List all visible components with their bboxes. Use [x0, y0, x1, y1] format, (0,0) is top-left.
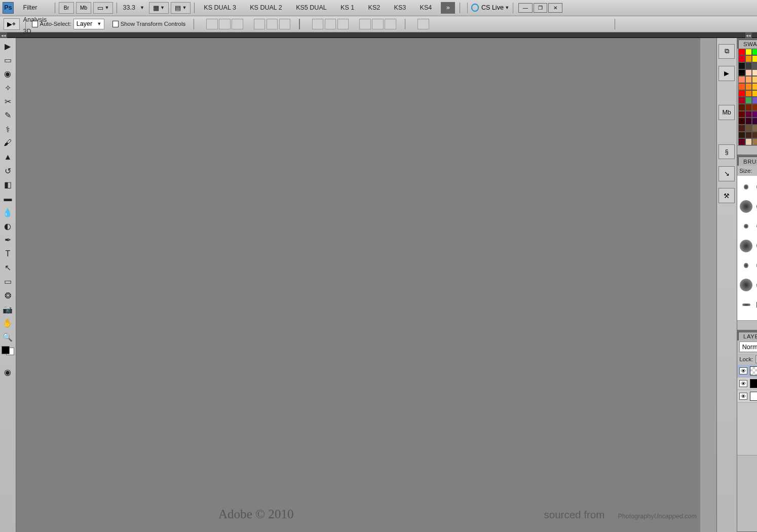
workspace-button[interactable]: KS 1	[336, 3, 359, 13]
swatch[interactable]	[745, 97, 752, 104]
canvas[interactable]: Adobe © 2010 sourced from PhotographyUnc…	[16, 38, 716, 532]
swatch[interactable]	[752, 83, 757, 90]
dist-left-button[interactable]	[359, 19, 371, 29]
swatch[interactable]	[752, 132, 757, 139]
pen-tool[interactable]: ✒	[1, 234, 15, 246]
workspace-more-button[interactable]: »	[441, 2, 455, 14]
swatch[interactable]	[738, 69, 745, 77]
swatch[interactable]	[745, 49, 752, 56]
align-hcenter-button[interactable]	[267, 19, 278, 29]
restore-button[interactable]: ❐	[534, 3, 547, 12]
arrange-dropdown[interactable]: ▦▼	[149, 2, 169, 14]
swatch[interactable]	[745, 118, 752, 125]
align-bottom-button[interactable]	[232, 19, 243, 29]
visibility-toggle[interactable]: 👁	[739, 380, 747, 387]
swatch[interactable]	[745, 111, 752, 118]
eraser-tool[interactable]: ◧	[1, 178, 15, 191]
crop-tool[interactable]: ✂	[1, 95, 15, 108]
doc-arrange-dropdown[interactable]: ▤▼	[171, 2, 191, 14]
eyedropper-tool[interactable]: ✎	[1, 109, 15, 122]
dist-vcenter-button[interactable]	[325, 19, 336, 29]
workspace-button[interactable]: KS DUAL 3	[199, 3, 241, 13]
swatch[interactable]	[745, 104, 752, 111]
layer-row[interactable]: 👁Background🔒	[737, 390, 757, 403]
swatch[interactable]	[738, 55, 745, 62]
dodge-tool[interactable]: ◐	[1, 220, 15, 233]
swatch[interactable]	[752, 90, 757, 97]
swatch[interactable]	[752, 49, 757, 56]
swatch[interactable]	[738, 49, 745, 56]
path-select-tool[interactable]: ↖	[1, 261, 15, 274]
minimize-button[interactable]: —	[518, 3, 532, 12]
clone-panel-icon[interactable]: §	[718, 144, 735, 160]
swatch[interactable]	[738, 90, 745, 97]
stamp-tool[interactable]: ▲	[1, 150, 15, 163]
workspace-button[interactable]: KS4	[415, 3, 436, 13]
layer-thumbnail[interactable]	[750, 366, 757, 375]
swatch[interactable]	[745, 76, 752, 83]
swatch[interactable]	[745, 55, 752, 62]
hand-tool[interactable]: ✋	[1, 317, 15, 329]
swatch[interactable]	[745, 69, 752, 77]
layer-row[interactable]: 👁essentials	[737, 377, 757, 390]
align-left-button[interactable]	[254, 19, 266, 29]
show-transform-checkbox[interactable]	[112, 21, 119, 27]
blur-tool[interactable]: 💧	[1, 206, 15, 219]
swatch[interactable]	[738, 138, 745, 145]
history-brush-tool[interactable]: ↺	[1, 165, 15, 177]
gradient-tool[interactable]: ▬	[1, 192, 15, 205]
swatch[interactable]	[738, 118, 745, 125]
quick-select-tool[interactable]: ✧	[1, 82, 15, 94]
swatch[interactable]	[745, 83, 752, 90]
3d-camera-tool[interactable]: 📷	[1, 303, 15, 316]
brush-list[interactable]	[737, 176, 757, 320]
swatch[interactable]	[738, 132, 745, 139]
swatch[interactable]	[745, 90, 752, 97]
swatch[interactable]	[745, 125, 752, 132]
workspace-button[interactable]: KS5 DUAL	[291, 3, 331, 13]
menu-filter[interactable]: Filter	[17, 2, 52, 14]
align-vcenter-button[interactable]	[219, 19, 231, 29]
swatch[interactable]	[745, 62, 752, 69]
workspace-button[interactable]: KS2	[363, 3, 385, 13]
zoom-tool[interactable]: 🔍	[1, 330, 15, 343]
swatch[interactable]	[752, 62, 757, 69]
brush-tool[interactable]: 🖌	[1, 137, 15, 149]
layer-list-empty-area[interactable]	[737, 403, 757, 455]
swatch[interactable]	[752, 111, 757, 118]
swatch[interactable]	[745, 138, 752, 145]
swatch[interactable]	[752, 69, 757, 77]
dist-right-button[interactable]	[385, 19, 396, 29]
auto-select-target-dropdown[interactable]: Layer▼	[73, 19, 104, 29]
zoom-dropdown-icon[interactable]: ▼	[140, 5, 144, 10]
swatch[interactable]	[738, 111, 745, 118]
swatch[interactable]	[752, 76, 757, 83]
align-right-button[interactable]	[279, 19, 291, 29]
healing-tool[interactable]: ⚕	[1, 123, 15, 136]
workspace-button[interactable]: KS DUAL 2	[245, 3, 287, 13]
quick-mask-button[interactable]: ◉	[1, 366, 15, 378]
shape-tool[interactable]: ▭	[1, 275, 15, 288]
dist-top-button[interactable]	[312, 19, 324, 29]
actions-panel-icon[interactable]: ▶	[718, 66, 735, 81]
tab-brush-presets[interactable]: BRUSH PRESETS	[738, 157, 757, 166]
bridge-button[interactable]: Br	[59, 2, 74, 14]
panel-collapse-icon[interactable]: ◂◂	[745, 32, 752, 38]
swatch[interactable]	[752, 138, 757, 145]
zoom-value[interactable]: 33.3	[123, 4, 135, 11]
swatch[interactable]	[752, 55, 757, 62]
dist-bottom-button[interactable]	[337, 19, 349, 29]
lasso-tool[interactable]: ◉	[1, 67, 15, 80]
swatch[interactable]	[738, 97, 745, 104]
type-tool[interactable]: T	[1, 248, 15, 260]
visibility-toggle[interactable]: 👁	[739, 393, 747, 400]
tab-layers[interactable]: LAYERS	[738, 332, 757, 341]
swatch[interactable]	[752, 118, 757, 125]
align-top-button[interactable]	[206, 19, 218, 29]
3d-tool[interactable]: ❂	[1, 289, 15, 302]
auto-select-checkbox[interactable]	[32, 21, 39, 27]
close-button[interactable]: ✕	[548, 3, 562, 12]
swatch[interactable]	[738, 62, 745, 69]
minibridge-panel-icon[interactable]: Mb	[718, 105, 735, 120]
auto-align-button[interactable]	[418, 19, 429, 29]
